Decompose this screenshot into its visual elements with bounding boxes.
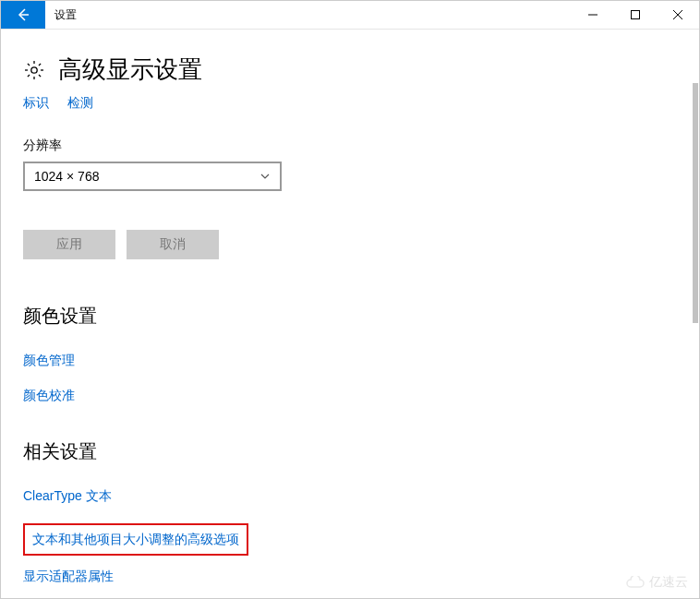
identify-link[interactable]: 标识 <box>23 95 49 112</box>
resolution-select[interactable]: 1024 × 768 <box>23 162 282 191</box>
highlighted-box: 文本和其他项目大小调整的高级选项 <box>23 523 248 556</box>
apply-button[interactable]: 应用 <box>23 230 115 259</box>
color-section-title: 颜色设置 <box>23 304 677 329</box>
back-button[interactable] <box>1 1 45 29</box>
identify-detect-row: 标识 检测 <box>23 95 677 112</box>
resolution-value: 1024 × 768 <box>34 169 99 184</box>
advanced-sizing-link[interactable]: 文本和其他项目大小调整的高级选项 <box>32 532 239 546</box>
adapter-properties-link[interactable]: 显示适配器属性 <box>23 569 677 585</box>
cloud-icon <box>625 576 646 589</box>
close-icon <box>673 10 682 19</box>
scrollbar[interactable] <box>689 30 698 598</box>
close-button[interactable] <box>657 1 699 29</box>
button-row: 应用 取消 <box>23 230 677 259</box>
content-area: 高级显示设置 标识 检测 分辨率 1024 × 768 应用 取消 颜色设置 颜… <box>1 30 699 598</box>
related-section-title: 相关设置 <box>23 439 677 464</box>
svg-rect-2 <box>632 11 640 19</box>
svg-line-10 <box>28 63 30 65</box>
page-title: 高级显示设置 <box>58 54 202 86</box>
resolution-label: 分辨率 <box>23 138 677 154</box>
titlebar: 设置 <box>1 1 699 30</box>
detect-link[interactable]: 检测 <box>67 95 93 112</box>
maximize-icon <box>631 10 640 19</box>
gear-icon <box>23 59 45 81</box>
svg-line-13 <box>39 63 41 65</box>
maximize-button[interactable] <box>614 1 657 29</box>
watermark-text: 亿速云 <box>649 574 688 591</box>
color-management-link[interactable]: 颜色管理 <box>23 353 677 369</box>
window-title: 设置 <box>45 1 86 29</box>
scroll-thumb[interactable] <box>693 83 698 323</box>
watermark: 亿速云 <box>625 574 688 591</box>
minimize-icon <box>588 10 597 19</box>
svg-line-12 <box>28 75 30 77</box>
svg-line-11 <box>39 75 41 77</box>
color-calibration-link[interactable]: 颜色校准 <box>23 388 677 404</box>
cleartype-link[interactable]: ClearType 文本 <box>23 488 677 505</box>
page-header: 高级显示设置 <box>23 54 677 86</box>
svg-point-5 <box>31 66 37 72</box>
cancel-button[interactable]: 取消 <box>127 230 219 259</box>
title-spacer <box>86 1 572 29</box>
arrow-left-icon <box>16 7 30 22</box>
minimize-button[interactable] <box>572 1 614 29</box>
chevron-down-icon <box>259 171 271 182</box>
